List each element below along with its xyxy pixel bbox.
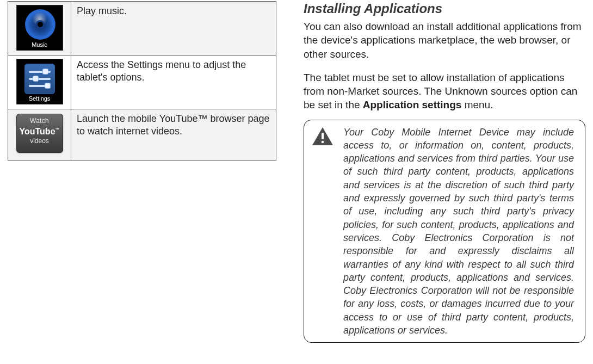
music-icon-label: Music (17, 41, 63, 48)
slider-knob-icon (45, 83, 50, 88)
table-row: Music Play music. (8, 2, 276, 55)
app-icon-cell: Settings (8, 55, 71, 109)
app-description: Access the Settings menu to adjust the t… (71, 55, 276, 109)
right-column: Installing Applications You can also dow… (304, 1, 585, 357)
settings-app-icon: Settings (16, 59, 63, 104)
apps-table: Music Play music. Settings (8, 1, 276, 161)
app-icon-cell: Watch YouTube™ videos (8, 109, 71, 161)
section-heading: Installing Applications (304, 1, 585, 16)
application-settings-label: Application settings (363, 99, 462, 110)
slider-track-icon (29, 78, 51, 80)
app-icon-cell: Music (8, 2, 71, 55)
intro-paragraph: You can also download an install additio… (304, 20, 585, 61)
slider-knob-icon (43, 69, 48, 74)
slider-track-icon (29, 71, 51, 73)
warning-notice: Your Coby Mobile Internet Device may inc… (304, 120, 585, 343)
cd-hole-icon (38, 22, 43, 27)
sliders-icon (24, 64, 55, 94)
para2-post: menu. (461, 99, 493, 110)
svg-point-2 (322, 140, 324, 143)
music-app-icon: Music (16, 5, 63, 51)
warning-icon-column (312, 126, 336, 337)
youtube-icon-line1: Watch (16, 117, 63, 125)
svg-rect-1 (322, 133, 324, 139)
youtube-icon-line2: YouTube™ (16, 125, 63, 137)
settings-icon-label: Settings (17, 95, 63, 102)
slider-knob-icon (33, 76, 38, 81)
app-description: Launch the mobile YouTube™ browser page … (71, 109, 276, 161)
warning-triangle-icon (312, 127, 333, 146)
table-row: Watch YouTube™ videos Launch the mobile … (8, 109, 276, 161)
unknown-sources-paragraph: The tablet must be set to allow installa… (304, 71, 585, 112)
left-column: Music Play music. Settings (8, 1, 276, 357)
slider-track-icon (29, 85, 51, 87)
page: Music Play music. Settings (0, 0, 593, 364)
youtube-word: YouTube (19, 127, 55, 136)
youtube-icon-line3: videos (16, 137, 63, 145)
youtube-app-icon: Watch YouTube™ videos (16, 114, 63, 153)
tm-mark: ™ (55, 127, 60, 132)
warning-text: Your Coby Mobile Internet Device may inc… (343, 126, 574, 337)
table-row: Settings Access the Settings menu to adj… (8, 55, 276, 109)
app-description: Play music. (71, 2, 276, 55)
